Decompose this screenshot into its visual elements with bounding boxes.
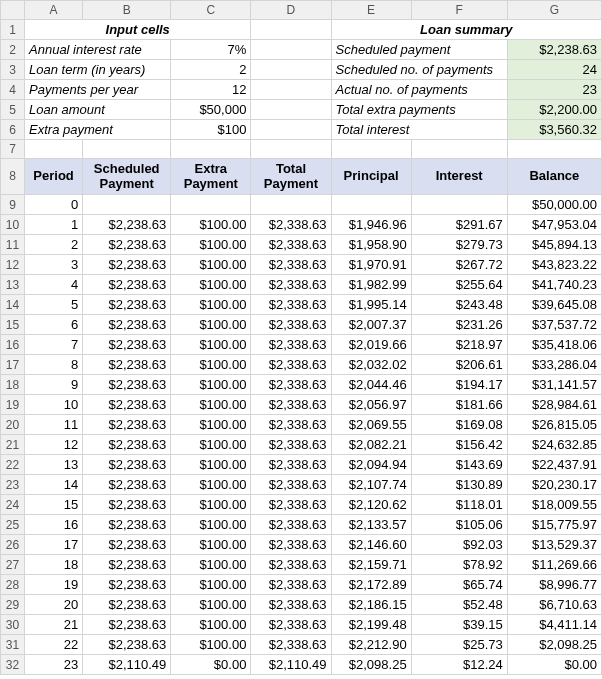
cell-balance[interactable]: $31,141.57 [507, 375, 601, 395]
cell-sched[interactable]: $2,238.63 [83, 355, 171, 375]
cell-principal[interactable]: $1,982.99 [331, 275, 411, 295]
cell-extra[interactable]: $100.00 [171, 395, 251, 415]
cell-interest[interactable]: $78.92 [411, 555, 507, 575]
cell-extra[interactable] [171, 195, 251, 215]
cell-interest[interactable]: $92.03 [411, 535, 507, 555]
cell-total[interactable]: $2,338.63 [251, 275, 331, 295]
cell-interest[interactable]: $255.64 [411, 275, 507, 295]
value-total-interest[interactable]: $3,560.32 [507, 120, 601, 140]
hdr-extra[interactable]: Extra Payment [171, 159, 251, 195]
cell-principal[interactable]: $1,946.96 [331, 215, 411, 235]
cell-balance[interactable]: $15,775.97 [507, 515, 601, 535]
cell-total[interactable]: $2,338.63 [251, 515, 331, 535]
cell-extra[interactable]: $100.00 [171, 635, 251, 655]
row-header-5[interactable]: 5 [1, 100, 25, 120]
cell-principal[interactable]: $2,107.74 [331, 475, 411, 495]
select-all-corner[interactable] [1, 1, 25, 20]
cell[interactable] [331, 140, 411, 159]
cell[interactable] [251, 60, 331, 80]
cell-principal[interactable] [331, 195, 411, 215]
cell-total[interactable]: $2,338.63 [251, 595, 331, 615]
value-total-extra[interactable]: $2,200.00 [507, 100, 601, 120]
cell-extra[interactable]: $100.00 [171, 575, 251, 595]
row-header-30[interactable]: 30 [1, 615, 25, 635]
cell-sched[interactable] [83, 195, 171, 215]
cell-balance[interactable]: $45,894.13 [507, 235, 601, 255]
cell-sched[interactable]: $2,238.63 [83, 255, 171, 275]
cell[interactable] [251, 80, 331, 100]
value-annual-rate[interactable]: 7% [171, 40, 251, 60]
cell-interest[interactable]: $181.66 [411, 395, 507, 415]
cell-period[interactable]: 0 [25, 195, 83, 215]
col-header-F[interactable]: F [411, 1, 507, 20]
row-header-29[interactable]: 29 [1, 595, 25, 615]
cell-extra[interactable]: $100.00 [171, 315, 251, 335]
cell-total[interactable]: $2,338.63 [251, 335, 331, 355]
cell-sched[interactable]: $2,238.63 [83, 295, 171, 315]
cell-interest[interactable]: $291.67 [411, 215, 507, 235]
cell-principal[interactable]: $2,082.21 [331, 435, 411, 455]
cell-extra[interactable]: $100.00 [171, 215, 251, 235]
label-actual-no[interactable]: Actual no. of payments [331, 80, 507, 100]
loan-summary-title[interactable]: Loan summary [331, 20, 601, 40]
cell-total[interactable]: $2,338.63 [251, 455, 331, 475]
cell-interest[interactable]: $25.73 [411, 635, 507, 655]
cell-period[interactable]: 2 [25, 235, 83, 255]
value-actual-no[interactable]: 23 [507, 80, 601, 100]
cell-period[interactable]: 7 [25, 335, 83, 355]
cell-sched[interactable]: $2,238.63 [83, 635, 171, 655]
cell-total[interactable]: $2,110.49 [251, 655, 331, 675]
cell[interactable] [25, 140, 83, 159]
cell-balance[interactable]: $8,996.77 [507, 575, 601, 595]
cell-balance[interactable]: $24,632.85 [507, 435, 601, 455]
cell-total[interactable]: $2,338.63 [251, 535, 331, 555]
cell-balance[interactable]: $2,098.25 [507, 635, 601, 655]
cell-balance[interactable]: $20,230.17 [507, 475, 601, 495]
cell-principal[interactable]: $2,098.25 [331, 655, 411, 675]
cell-extra[interactable]: $100.00 [171, 495, 251, 515]
value-scheduled-payment[interactable]: $2,238.63 [507, 40, 601, 60]
cell-interest[interactable]: $118.01 [411, 495, 507, 515]
value-loan-amount[interactable]: $50,000 [171, 100, 251, 120]
cell-sched[interactable]: $2,238.63 [83, 515, 171, 535]
row-header-4[interactable]: 4 [1, 80, 25, 100]
hdr-total[interactable]: Total Payment [251, 159, 331, 195]
cell-total[interactable]: $2,338.63 [251, 495, 331, 515]
cell-extra[interactable]: $100.00 [171, 415, 251, 435]
cell-period[interactable]: 18 [25, 555, 83, 575]
row-header-26[interactable]: 26 [1, 535, 25, 555]
cell-total[interactable]: $2,338.63 [251, 215, 331, 235]
cell-principal[interactable]: $2,199.48 [331, 615, 411, 635]
cell-balance[interactable]: $33,286.04 [507, 355, 601, 375]
row-header-28[interactable]: 28 [1, 575, 25, 595]
cell-sched[interactable]: $2,238.63 [83, 215, 171, 235]
row-header-15[interactable]: 15 [1, 315, 25, 335]
cell-sched[interactable]: $2,238.63 [83, 275, 171, 295]
cell-sched[interactable]: $2,238.63 [83, 575, 171, 595]
cell-sched[interactable]: $2,238.63 [83, 475, 171, 495]
cell-total[interactable] [251, 195, 331, 215]
row-header-11[interactable]: 11 [1, 235, 25, 255]
cell-extra[interactable]: $100.00 [171, 595, 251, 615]
cell-sched[interactable]: $2,238.63 [83, 375, 171, 395]
cell-balance[interactable]: $18,009.55 [507, 495, 601, 515]
cell-extra[interactable]: $100.00 [171, 535, 251, 555]
cell-period[interactable]: 3 [25, 255, 83, 275]
row-header-12[interactable]: 12 [1, 255, 25, 275]
col-header-E[interactable]: E [331, 1, 411, 20]
row-header-23[interactable]: 23 [1, 475, 25, 495]
cell-interest[interactable]: $52.48 [411, 595, 507, 615]
label-total-interest[interactable]: Total interest [331, 120, 507, 140]
cell-principal[interactable]: $2,186.15 [331, 595, 411, 615]
cell-interest[interactable]: $194.17 [411, 375, 507, 395]
cell-period[interactable]: 20 [25, 595, 83, 615]
cell[interactable] [411, 140, 507, 159]
cell-balance[interactable]: $39,645.08 [507, 295, 601, 315]
label-scheduled-no[interactable]: Scheduled no. of payments [331, 60, 507, 80]
cell-period[interactable]: 21 [25, 615, 83, 635]
cell-balance[interactable]: $11,269.66 [507, 555, 601, 575]
cell-sched[interactable]: $2,238.63 [83, 495, 171, 515]
cell-principal[interactable]: $2,007.37 [331, 315, 411, 335]
row-header-8[interactable]: 8 [1, 159, 25, 195]
cell-balance[interactable]: $0.00 [507, 655, 601, 675]
